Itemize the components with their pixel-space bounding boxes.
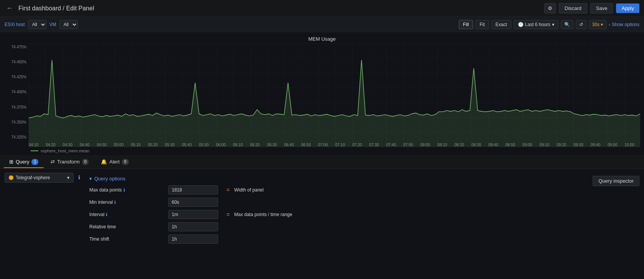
query-options-section: ▾ Query options Max data points ℹ = Widt… [85, 173, 590, 245]
tab-alert[interactable]: 🔔 Alert 0 [95, 157, 134, 168]
svg-text:07:20: 07:20 [352, 143, 362, 147]
svg-text:07:30: 07:30 [369, 143, 379, 147]
apply-button[interactable]: Apply [616, 3, 639, 13]
svg-text:04:20: 04:20 [46, 143, 55, 147]
query-options-label: Query options [94, 176, 125, 182]
zoom-out-button[interactable]: 🔍 [561, 20, 573, 29]
query-inspector-button[interactable]: Query inspector [593, 176, 639, 186]
svg-text:06:40: 06:40 [284, 143, 294, 147]
svg-text:06:30: 06:30 [267, 143, 277, 147]
refresh-interval-button[interactable]: 30s ▾ [589, 20, 606, 29]
svg-text:10:00: 10:00 [625, 143, 634, 147]
query-content: Telegraf-vsphere ▾ ℹ ▾ Query options Max… [0, 169, 644, 279]
tab-query[interactable]: ⊞ Query 1 [4, 157, 44, 168]
clock-icon: 🕐 [518, 22, 524, 27]
fit-button[interactable]: Fit [475, 20, 489, 29]
svg-text:07:40: 07:40 [386, 143, 396, 147]
relative-time-label: Relative time [89, 224, 166, 229]
svg-text:09:00: 09:00 [522, 143, 532, 147]
svg-text:06:10: 06:10 [233, 143, 243, 147]
tab-query-label: Query [16, 159, 29, 165]
svg-text:05:40: 05:40 [182, 143, 192, 147]
time-shift-label: Time shift [89, 236, 166, 242]
y-label: 74.375% [4, 105, 26, 109]
discard-button[interactable]: Discard [559, 3, 587, 13]
svg-text:06:50: 06:50 [301, 143, 311, 147]
tab-transform[interactable]: ⇄ Transform 0 [45, 157, 94, 168]
max-data-points-input[interactable] [168, 185, 218, 195]
time-range-label: Last 6 hours [525, 22, 550, 27]
time-shift-input[interactable] [168, 234, 218, 244]
y-label: 74.400% [4, 90, 26, 94]
svg-text:09:20: 09:20 [557, 143, 566, 147]
esxi-host-select[interactable]: All [28, 20, 46, 29]
chart-title: MEM Usage [0, 36, 644, 42]
svg-text:08:40: 08:40 [488, 143, 498, 147]
settings-button[interactable]: ⚙ [544, 3, 556, 13]
svg-text:04:10: 04:10 [29, 143, 38, 147]
min-interval-info-icon[interactable]: ℹ [114, 200, 116, 205]
save-button[interactable]: Save [590, 3, 613, 13]
toolbar-right: Fill Fit Exact 🕐 Last 6 hours ▾ 🔍 ↺ 30s … [459, 20, 639, 29]
chevron-down-icon: ▾ [601, 22, 603, 27]
y-axis: 74.475% 74.450% 74.425% 74.400% 74.375% … [4, 43, 29, 147]
datasource-row: Telegraf-vsphere ▾ ℹ ▾ Query options Max… [0, 169, 644, 279]
svg-text:08:00: 08:00 [421, 143, 430, 147]
refresh-button[interactable]: ↺ [576, 20, 586, 29]
chart-inner: 74.475% 74.450% 74.425% 74.400% 74.375% … [0, 43, 644, 147]
refresh-icon: ↺ [579, 22, 583, 27]
chart-svg: 04:10 04:20 04:30 04:40 04:50 05:00 05:1… [29, 43, 640, 147]
page-title: First dashboard / Edit Panel [18, 5, 544, 12]
exact-button[interactable]: Exact [491, 20, 511, 29]
legend-label: vsphere_host_mem.mean [41, 149, 89, 153]
y-label: 74.325% [4, 135, 26, 139]
svg-text:04:50: 04:50 [97, 143, 107, 147]
y-label: 74.475% [4, 45, 26, 49]
max-data-points-eq: = [224, 187, 232, 193]
tab-alert-label: Alert [109, 159, 120, 165]
fill-button[interactable]: Fill [459, 20, 473, 29]
svg-text:07:10: 07:10 [335, 143, 345, 147]
datasource-chevron-icon: ▾ [67, 175, 69, 180]
datasource-selector[interactable]: Telegraf-vsphere ▾ [5, 173, 74, 183]
y-label: 74.425% [4, 75, 26, 79]
show-options-button[interactable]: ‹ Show options [609, 22, 639, 27]
svg-text:06:20: 06:20 [250, 143, 260, 147]
transform-badge: 0 [82, 159, 89, 165]
svg-text:09:10: 09:10 [540, 143, 549, 147]
svg-text:06:00: 06:00 [216, 143, 226, 147]
left-chevron-icon: ‹ [609, 22, 610, 27]
header-actions: ⚙ Discard Save Apply [544, 3, 639, 13]
refresh-interval-label: 30s [592, 22, 600, 27]
max-data-points-info-icon[interactable]: ℹ [123, 188, 125, 193]
max-data-points-desc: Width of panel [234, 187, 585, 193]
query-options-header[interactable]: ▾ Query options [89, 173, 585, 184]
relative-time-input[interactable] [168, 222, 218, 231]
interval-input[interactable] [168, 210, 218, 219]
interval-info-icon[interactable]: ℹ [106, 212, 107, 217]
y-label: 74.450% [4, 60, 26, 64]
chevron-down-icon: ▾ [552, 22, 554, 27]
header: ← First dashboard / Edit Panel ⚙ Discard… [0, 0, 644, 17]
query-badge: 1 [31, 159, 38, 165]
query-icon: ⊞ [9, 159, 13, 165]
svg-text:09:40: 09:40 [591, 143, 600, 147]
back-button[interactable]: ← [5, 3, 15, 14]
svg-text:04:30: 04:30 [63, 143, 72, 147]
svg-text:08:20: 08:20 [454, 143, 464, 147]
interval-label: Interval ℹ [89, 212, 166, 217]
vm-select[interactable]: All [59, 20, 78, 29]
svg-text:08:10: 08:10 [437, 143, 447, 147]
svg-text:05:00: 05:00 [114, 143, 123, 147]
time-range-button[interactable]: 🕐 Last 6 hours ▾ [514, 20, 559, 29]
tab-transform-label: Transform [57, 159, 80, 165]
datasource-info-button[interactable]: ℹ [77, 173, 82, 182]
min-interval-input[interactable] [168, 198, 218, 207]
options-grid: Max data points ℹ = Width of panel Min i… [89, 184, 585, 245]
esxi-host-label: ESXi host [5, 22, 25, 27]
min-interval-label: Min interval ℹ [89, 200, 166, 205]
gear-icon: ⚙ [548, 5, 552, 11]
svg-text:07:00: 07:00 [318, 143, 328, 147]
datasource-dot-icon [9, 175, 13, 180]
alert-icon: 🔔 [101, 159, 107, 165]
